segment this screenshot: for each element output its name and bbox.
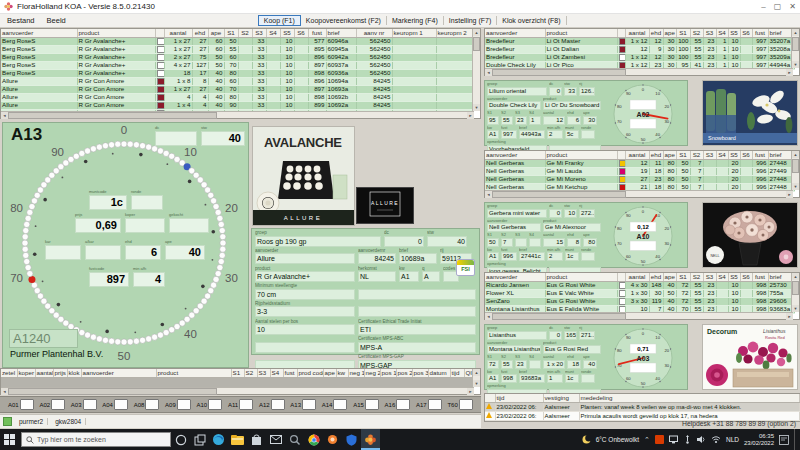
- vertical-scrollbar[interactable]: ▲▼: [791, 273, 799, 312]
- column-header[interactable]: product: [545, 151, 617, 160]
- clock-preselect-field[interactable]: [365, 399, 379, 410]
- column-header[interactable]: S2: [690, 29, 703, 38]
- clock-preselect-field[interactable]: [114, 399, 128, 410]
- column-header[interactable]: S6: [294, 29, 308, 38]
- table-row[interactable]: AllureR Gr Con Amore1 x 4440903310899106…: [1, 102, 473, 110]
- tab-klok-overzicht[interactable]: Klok overzicht (F8): [497, 16, 566, 25]
- clock-button-a11[interactable]: A11: [228, 402, 238, 408]
- clock-preselect-field[interactable]: [302, 399, 316, 410]
- clock-button-a16[interactable]: A16: [385, 402, 396, 408]
- column-header[interactable]: brief: [326, 29, 356, 38]
- column-header[interactable]: keuropm 1: [392, 29, 436, 38]
- horizontal-scrollbar[interactable]: ◄►: [1, 111, 474, 118]
- column-header[interactable]: koper: [17, 369, 35, 378]
- column-header[interactable]: aanvoerder: [485, 273, 545, 282]
- clock-button-a03[interactable]: A03: [71, 402, 82, 408]
- column-header[interactable]: [485, 394, 495, 403]
- column-header[interactable]: pos 1: [380, 369, 396, 378]
- close-button[interactable]: ✕: [789, 2, 796, 11]
- column-header[interactable]: product: [545, 29, 617, 38]
- column-header[interactable]: [617, 151, 625, 160]
- column-header[interactable]: aantal: [625, 29, 649, 38]
- table-row[interactable]: Berg RoseSR Gr Avalanche+2 x 27755060331…: [1, 54, 473, 62]
- column-header[interactable]: [617, 273, 625, 282]
- column-header[interactable]: S3: [257, 369, 270, 378]
- snipping-tool-icon[interactable]: [285, 429, 304, 450]
- clock-button-a15[interactable]: A15: [353, 402, 364, 408]
- clock-preselect-field[interactable]: [208, 399, 222, 410]
- table-row[interactable]: BredefleurLi Ot Master1 x 12123010055231…: [485, 38, 794, 46]
- column-header[interactable]: S2: [690, 151, 703, 160]
- column-header[interactable]: neg 2: [364, 369, 380, 378]
- table-row[interactable]: Berg RoseSR Gr Avalanche+181740803310898…: [1, 70, 473, 78]
- table-row[interactable]: AllureR Gr Con Amore1 x 8840603310896106…: [1, 78, 473, 86]
- column-header[interactable]: aanvoerder: [485, 151, 545, 160]
- language-indicator[interactable]: NLD: [726, 436, 739, 443]
- column-header[interactable]: S1: [231, 369, 244, 378]
- column-header[interactable]: S4: [716, 151, 728, 160]
- volume-icon[interactable]: [697, 435, 706, 444]
- column-header[interactable]: neg 1: [348, 369, 364, 378]
- tab-markering[interactable]: Markering (F4): [387, 16, 444, 25]
- column-header[interactable]: ehd: [649, 151, 663, 160]
- koa-app-icon[interactable]: [361, 429, 380, 450]
- table-row[interactable]: Berg RoseSR Gr Avalanche+4 x 27127507033…: [1, 62, 473, 70]
- column-header[interactable]: S5: [728, 273, 740, 282]
- column-header[interactable]: zetel: [1, 369, 17, 378]
- column-header[interactable]: ehd: [649, 273, 663, 282]
- clock-button-a01[interactable]: A01: [8, 402, 19, 408]
- clock-preselect-field[interactable]: [145, 399, 159, 410]
- weather-status[interactable]: 6°C Onbewolkt: [596, 436, 639, 443]
- horizontal-scrollbar[interactable]: ◄►: [1, 387, 474, 394]
- column-header[interactable]: aantal: [625, 151, 649, 160]
- start-button[interactable]: [0, 429, 19, 450]
- clock-button-a10[interactable]: A10: [197, 402, 208, 408]
- file-explorer-icon[interactable]: [228, 429, 247, 450]
- table-row[interactable]: AllureR Gr Con Amore1 x 2727407033108971…: [1, 86, 473, 94]
- clock-preselect-field[interactable]: [271, 399, 285, 410]
- column-header[interactable]: prod code: [297, 369, 323, 378]
- clock-preselect-field[interactable]: [333, 399, 347, 410]
- column-header[interactable]: aanv nr: [356, 29, 392, 38]
- column-header[interactable]: ehd: [192, 29, 208, 38]
- column-header[interactable]: aanvoerder: [1, 29, 77, 38]
- column-header[interactable]: S4: [266, 29, 280, 38]
- minimize-button[interactable]: –: [761, 2, 765, 11]
- column-header[interactable]: product: [77, 29, 155, 38]
- defender-icon[interactable]: [342, 429, 361, 450]
- table-row[interactable]: Berg RoseSR Gr Avalanche+1 x 27276050331…: [1, 38, 473, 46]
- column-header[interactable]: S1: [224, 29, 238, 38]
- column-header[interactable]: ape: [323, 369, 336, 378]
- column-header[interactable]: S4: [716, 273, 728, 282]
- column-header[interactable]: prijs: [53, 369, 67, 378]
- clock-button-a02[interactable]: A02: [39, 402, 50, 408]
- vertical-scrollbar[interactable]: ▲▼: [791, 29, 799, 68]
- column-header[interactable]: fust: [752, 151, 768, 160]
- network-icon[interactable]: [711, 435, 721, 444]
- menu-beeld[interactable]: Beeld: [47, 16, 66, 25]
- table-row[interactable]: Nell GerberasGe Mi Lauda1918805072099627…: [485, 168, 794, 176]
- clock-preselect-field[interactable]: [459, 399, 473, 410]
- clock-button-a13[interactable]: A13: [290, 402, 301, 408]
- clock-preselect-field[interactable]: [51, 399, 65, 410]
- column-header[interactable]: fust: [752, 273, 768, 282]
- column-header[interactable]: pos 3: [412, 369, 428, 378]
- column-header[interactable]: ape: [208, 29, 224, 38]
- vertical-scrollbar[interactable]: ▲▼: [791, 151, 799, 190]
- column-header[interactable]: tijd: [450, 369, 464, 378]
- column-header[interactable]: S6: [740, 29, 752, 38]
- tray-app-red-icon[interactable]: [655, 435, 664, 444]
- mail-icon[interactable]: [266, 429, 285, 450]
- tray-display-icon[interactable]: [669, 435, 678, 444]
- column-header[interactable]: product: [156, 369, 231, 378]
- table-row[interactable]: Ricardo JansenEus G Rosi White4 x 301484…: [485, 282, 794, 290]
- column-header[interactable]: S6: [740, 273, 752, 282]
- action-center-icon[interactable]: [779, 435, 789, 445]
- column-header[interactable]: S4: [716, 29, 728, 38]
- column-header[interactable]: S3: [703, 151, 716, 160]
- column-header[interactable]: fust: [283, 369, 297, 378]
- clock-button-a04[interactable]: A04: [102, 402, 113, 408]
- clock-button-a12[interactable]: A12: [259, 402, 270, 408]
- column-header[interactable]: keuropm 2: [436, 29, 473, 38]
- column-header[interactable]: S5: [728, 29, 740, 38]
